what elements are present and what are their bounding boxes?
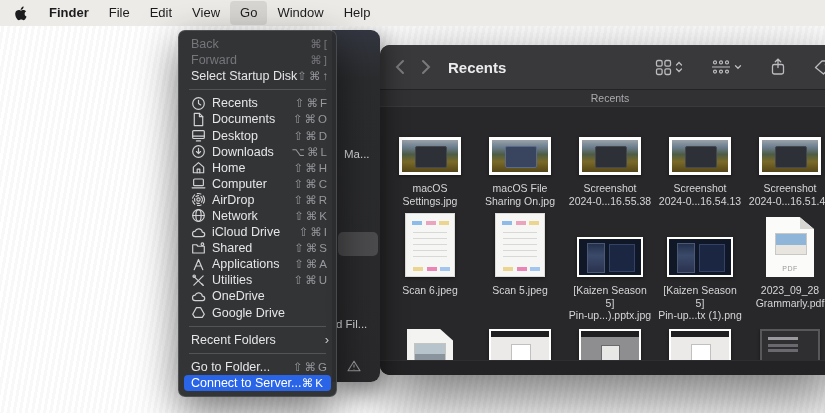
file-item[interactable]: Screenshot2024-0...16.55.38 xyxy=(568,125,652,207)
file-thumbnail[interactable]: PDF xyxy=(766,213,814,277)
file-name: [Kaizen Season 5]Pin-up...tx (1).png xyxy=(658,284,742,322)
file-thumbnail[interactable] xyxy=(579,125,641,175)
menubar: FinderFileEditViewGoWindowHelp xyxy=(0,0,825,26)
menu-item-google-drive[interactable]: Google Drive xyxy=(179,305,336,321)
menu-item-downloads[interactable]: Downloads⌥⌘L xyxy=(179,144,336,160)
menu-item-label: Select Startup Disk xyxy=(191,69,297,83)
menubar-item-help[interactable]: Help xyxy=(334,1,381,25)
menu-item-documents[interactable]: Documents⇧⌘O xyxy=(179,111,336,127)
file-item[interactable]: [Kaizen Season 5]Pin-up...tx (1).png xyxy=(658,213,742,322)
file-item[interactable]: Screenshot2024-0...16.51.45 xyxy=(748,125,825,207)
thumbnail-shot xyxy=(579,137,641,175)
menu-item-shortcut: ⇧⌘U xyxy=(294,273,329,287)
clock-icon xyxy=(191,96,212,111)
group-by-button[interactable] xyxy=(701,59,752,75)
file-name: Screenshot2024-0...16.55.38 xyxy=(569,182,651,207)
group-header-label: Recents xyxy=(591,92,630,104)
view-switcher-button[interactable] xyxy=(645,59,693,76)
forward-chevron-icon[interactable] xyxy=(420,59,432,75)
thumbnail-window-light xyxy=(669,329,731,361)
file-item[interactable] xyxy=(748,329,825,361)
menu-item-label: Home xyxy=(212,161,245,175)
menu-item-label: Recents xyxy=(212,96,258,110)
file-thumbnail[interactable] xyxy=(577,213,643,277)
menu-item-shortcut: ⇧⌘D xyxy=(294,129,329,143)
file-thumbnail[interactable] xyxy=(405,213,455,277)
menu-item-home[interactable]: Home⇧⌘H xyxy=(179,160,336,176)
thumbnail-window-light xyxy=(489,329,551,361)
menu-item-icloud-drive[interactable]: iCloud Drive⇧⌘I xyxy=(179,224,336,240)
menu-item-recents[interactable]: Recents⇧⌘F xyxy=(179,95,336,111)
menu-item-select-startup-disk[interactable]: Select Startup Disk⇧⌘↑ xyxy=(179,68,336,84)
menu-item-shortcut: ⇧⌘K xyxy=(294,209,329,223)
menubar-item-view[interactable]: View xyxy=(182,1,230,25)
menu-item-applications[interactable]: Applications⇧⌘A xyxy=(179,256,336,272)
menubar-item-file[interactable]: File xyxy=(99,1,140,25)
menu-item-shared[interactable]: Shared⇧⌘S xyxy=(179,240,336,256)
menu-item-shortcut: ⇧⌘G xyxy=(293,360,329,374)
file-thumbnail[interactable] xyxy=(489,125,551,175)
menu-item-desktop[interactable]: Desktop⇧⌘D xyxy=(179,127,336,143)
file-thumbnail[interactable] xyxy=(495,213,545,277)
menu-item-shortcut: ⌘] xyxy=(310,53,329,67)
menu-item-onedrive[interactable]: OneDrive xyxy=(179,288,336,304)
menu-item-label: AirDrop xyxy=(212,193,254,207)
menu-item-computer[interactable]: Computer⇧⌘C xyxy=(179,176,336,192)
file-item[interactable]: Scan 6.jpeg xyxy=(388,213,472,297)
utilities-icon xyxy=(191,273,212,288)
warning-triangle-icon xyxy=(347,360,361,372)
menu-item-shortcut: ⌥⌘L xyxy=(292,145,329,159)
file-item[interactable] xyxy=(568,329,652,361)
back-chevron-icon[interactable] xyxy=(394,59,406,75)
file-item[interactable]: macOS FileSharing On.jpg xyxy=(478,125,562,207)
airdrop-icon xyxy=(191,192,212,207)
menu-item-label: Connect to Server... xyxy=(191,376,301,390)
tag-button[interactable] xyxy=(804,59,825,76)
go-menu: Back⌘[Forward⌘]Select Startup Disk⇧⌘↑Rec… xyxy=(178,30,337,397)
menu-item-label: Computer xyxy=(212,177,267,191)
menu-item-label: iCloud Drive xyxy=(212,225,280,239)
file-thumbnail[interactable] xyxy=(760,329,820,361)
file-thumbnail[interactable] xyxy=(407,329,453,361)
menubar-item-edit[interactable]: Edit xyxy=(140,1,182,25)
thumbnail-scan xyxy=(405,213,455,277)
menu-item-network[interactable]: Network⇧⌘K xyxy=(179,208,336,224)
menubar-item-go[interactable]: Go xyxy=(230,1,267,25)
menu-item-utilities[interactable]: Utilities⇧⌘U xyxy=(179,272,336,288)
menu-separator xyxy=(189,326,326,327)
file-thumbnail[interactable] xyxy=(669,329,731,361)
file-thumbnail[interactable] xyxy=(667,213,733,277)
menubar-item-finder[interactable]: Finder xyxy=(39,1,99,25)
file-item[interactable]: [Kaizen Season 5]Pin-up...).pptx.jpg xyxy=(568,213,652,322)
file-name: Screenshot2024-0...16.54.13 xyxy=(659,182,741,207)
file-thumbnail[interactable] xyxy=(579,329,641,361)
menu-item-shortcut: ⇧⌘I xyxy=(299,225,329,239)
menu-item-label: Back xyxy=(191,37,219,51)
file-item[interactable] xyxy=(658,329,742,361)
finder-window: Recents Recents macOSSettings.jpgmacOS F… xyxy=(380,45,825,375)
share-button[interactable] xyxy=(760,58,796,76)
file-thumbnail[interactable] xyxy=(759,125,821,175)
file-thumbnail[interactable] xyxy=(669,125,731,175)
apple-logo-icon[interactable] xyxy=(0,6,39,21)
menu-item-recent-folders[interactable]: Recent Folders› xyxy=(179,332,336,348)
menu-item-shortcut: ⇧⌘F xyxy=(295,96,329,110)
desktop-icon xyxy=(191,128,212,143)
menubar-item-window[interactable]: Window xyxy=(267,1,333,25)
file-item[interactable]: macOSSettings.jpg xyxy=(388,125,472,207)
menu-item-connect-to-server[interactable]: Connect to Server...⌘K xyxy=(184,375,331,391)
file-item[interactable]: Screenshot2024-0...16.54.13 xyxy=(658,125,742,207)
file-item[interactable]: Scan 5.jpeg xyxy=(478,213,562,297)
dialog-text-field[interactable] xyxy=(338,232,378,256)
file-thumbnail[interactable] xyxy=(489,329,551,361)
file-thumbnail[interactable] xyxy=(399,125,461,175)
menu-item-go-to-folder[interactable]: Go to Folder...⇧⌘G xyxy=(179,359,336,375)
menu-item-back: Back⌘[ xyxy=(179,36,336,52)
shared-folder-icon xyxy=(191,241,212,256)
file-item[interactable]: PDF2023_09_28Grammarly.pdf xyxy=(748,213,825,309)
menu-item-airdrop[interactable]: AirDrop⇧⌘R xyxy=(179,192,336,208)
file-item[interactable] xyxy=(388,329,472,361)
menu-item-shortcut: ⇧⌘C xyxy=(294,177,329,191)
background-dialog-window[interactable]: Ma... d Fil... xyxy=(332,30,380,382)
file-item[interactable] xyxy=(478,329,562,361)
